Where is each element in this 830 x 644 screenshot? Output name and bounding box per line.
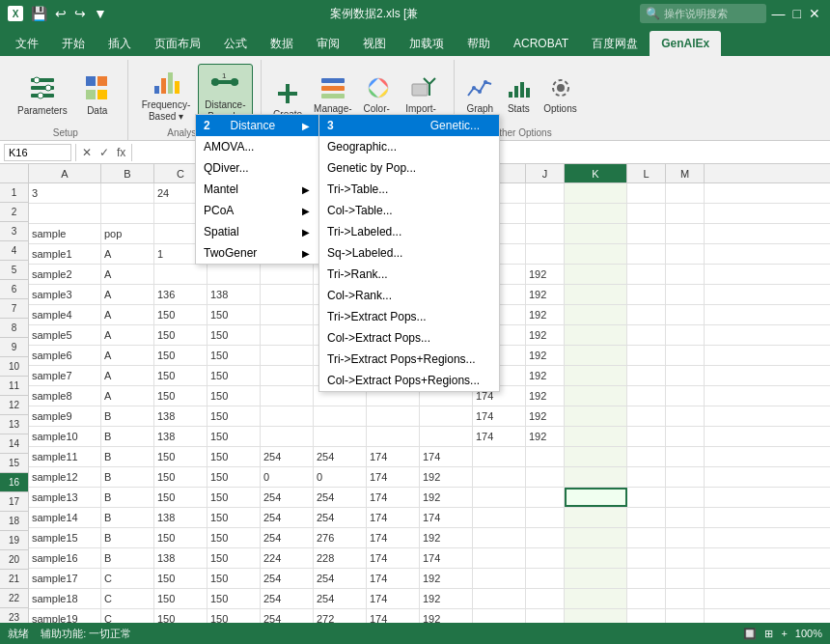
cell-r22-c9[interactable] — [526, 609, 565, 623]
cell-r18-c5[interactable]: 276 — [314, 528, 367, 547]
cell-r2-c9[interactable] — [526, 204, 565, 223]
cell-r17-c9[interactable] — [526, 508, 565, 527]
cell-r8-c10[interactable] — [565, 325, 627, 345]
cell-r6-c2[interactable]: 136 — [154, 285, 208, 304]
cell-r16-c8[interactable] — [473, 488, 526, 507]
row-header-19[interactable]: 19 — [0, 531, 29, 550]
cell-r7-c3[interactable]: 150 — [208, 305, 261, 324]
cell-r3-c10[interactable] — [565, 224, 627, 243]
cell-r6-c0[interactable]: sample3 — [29, 285, 101, 304]
cell-r8-c3[interactable]: 150 — [208, 325, 261, 345]
cell-r21-c5[interactable]: 254 — [314, 589, 367, 608]
cell-r19-c7[interactable]: 174 — [420, 548, 473, 568]
cell-r21-c11[interactable] — [627, 589, 666, 608]
menu-item-tri-extract-pops-regions[interactable]: Tri->Extract Pops+Regions... — [319, 349, 499, 370]
cell-r13-c8[interactable]: 174 — [473, 427, 526, 446]
cell-r19-c3[interactable]: 150 — [208, 548, 261, 568]
cell-r5-c4[interactable] — [261, 265, 314, 284]
cell-r15-c1[interactable]: B — [101, 467, 154, 487]
search-input[interactable] — [664, 8, 761, 19]
cell-r10-c0[interactable]: sample7 — [29, 366, 101, 385]
cell-r20-c6[interactable]: 174 — [367, 569, 420, 588]
row-header-23[interactable]: 23 — [0, 608, 29, 623]
cell-r12-c10[interactable] — [565, 406, 627, 426]
menu-item-tri-table[interactable]: Tri->Table... — [319, 179, 499, 200]
cell-r6-c1[interactable]: A — [101, 285, 154, 304]
cell-r15-c6[interactable]: 174 — [367, 467, 420, 487]
cell-r19-c0[interactable]: sample16 — [29, 548, 101, 568]
cell-r12-c8[interactable]: 174 — [473, 406, 526, 426]
cell-r3-c1[interactable]: pop — [101, 224, 154, 243]
cell-r18-c2[interactable]: 150 — [154, 528, 208, 547]
save-quick-btn[interactable]: 💾 — [29, 4, 49, 23]
cell-r16-c12[interactable] — [666, 488, 705, 507]
cell-r15-c2[interactable]: 150 — [154, 467, 208, 487]
cell-r1-c1[interactable] — [101, 183, 154, 203]
cell-r18-c11[interactable] — [627, 528, 666, 547]
cell-r19-c10[interactable] — [565, 548, 627, 568]
row-header-5[interactable]: 5 — [0, 261, 29, 280]
cell-r15-c7[interactable]: 192 — [420, 467, 473, 487]
distance-based-menu[interactable]: 2 Distance ▶ AMOVA... QDiver... Mantel ▶… — [195, 114, 330, 265]
cell-r15-c9[interactable] — [526, 467, 565, 487]
cell-r2-c10[interactable] — [565, 204, 627, 223]
cell-r13-c12[interactable] — [666, 427, 705, 446]
menu-item-pcoa[interactable]: PCoA ▶ — [196, 200, 329, 221]
cell-r9-c3[interactable]: 150 — [208, 346, 261, 365]
cell-r15-c11[interactable] — [627, 467, 666, 487]
cell-r2-c11[interactable] — [627, 204, 666, 223]
cell-r8-c11[interactable] — [627, 325, 666, 345]
menu-item-tri-extract-pops[interactable]: Tri->Extract Pops... — [319, 306, 499, 327]
cell-r7-c10[interactable] — [565, 305, 627, 324]
select-all-corner[interactable] — [0, 164, 29, 182]
cell-r18-c12[interactable] — [666, 528, 705, 547]
row-header-22[interactable]: 22 — [0, 589, 29, 608]
cell-r8-c0[interactable]: sample5 — [29, 325, 101, 345]
cell-r21-c1[interactable]: C — [101, 589, 154, 608]
cell-r11-c10[interactable] — [565, 386, 627, 406]
cell-r4-c1[interactable]: A — [101, 244, 154, 264]
cell-r10-c2[interactable]: 150 — [154, 366, 208, 385]
cell-r7-c1[interactable]: A — [101, 305, 154, 324]
cell-r4-c12[interactable] — [666, 244, 705, 264]
cell-r20-c2[interactable]: 150 — [154, 569, 208, 588]
cell-r11-c0[interactable]: sample8 — [29, 386, 101, 406]
cell-r20-c9[interactable] — [526, 569, 565, 588]
cell-r10-c12[interactable] — [666, 366, 705, 385]
cell-r19-c11[interactable] — [627, 548, 666, 568]
menu-item-geographic[interactable]: Geographic... — [319, 136, 499, 157]
cell-r18-c4[interactable]: 254 — [261, 528, 314, 547]
cell-r5-c1[interactable]: A — [101, 265, 154, 284]
cell-r15-c0[interactable]: sample12 — [29, 467, 101, 487]
menu-item-col-extract-pops-regions[interactable]: Col->Extract Pops+Regions... — [319, 370, 499, 391]
cell-r18-c7[interactable]: 192 — [420, 528, 473, 547]
row-header-17[interactable]: 17 — [0, 492, 29, 512]
cell-r14-c0[interactable]: sample11 — [29, 447, 101, 466]
cell-r16-c5[interactable]: 254 — [314, 488, 367, 507]
close-btn[interactable]: ✕ — [807, 4, 822, 23]
cell-r22-c12[interactable] — [666, 609, 705, 623]
cell-r10-c10[interactable] — [565, 366, 627, 385]
row-header-7[interactable]: 7 — [0, 299, 29, 319]
confirm-formula-icon[interactable]: ✓ — [97, 146, 111, 159]
cell-r2-c1[interactable] — [101, 204, 154, 223]
cell-r1-c0[interactable]: 3 — [29, 183, 101, 203]
menu-item-col-rank[interactable]: Col->Rank... — [319, 285, 499, 306]
cell-r6-c12[interactable] — [666, 285, 705, 304]
cell-r12-c11[interactable] — [627, 406, 666, 426]
row-header-18[interactable]: 18 — [0, 512, 29, 531]
cell-r5-c3[interactable] — [208, 265, 261, 284]
cell-r1-c10[interactable] — [565, 183, 627, 203]
cell-r11-c4[interactable] — [261, 386, 314, 406]
cell-r9-c9[interactable]: 192 — [526, 346, 565, 365]
row-header-3[interactable]: 3 — [0, 222, 29, 241]
row-header-16[interactable]: 16 — [0, 473, 29, 492]
row-header-12[interactable]: 12 — [0, 396, 29, 415]
cell-r17-c0[interactable]: sample14 — [29, 508, 101, 527]
cell-r21-c2[interactable]: 150 — [154, 589, 208, 608]
cell-r7-c4[interactable] — [261, 305, 314, 324]
cell-r9-c4[interactable] — [261, 346, 314, 365]
cell-r16-c11[interactable] — [627, 488, 666, 507]
cell-r5-c11[interactable] — [627, 265, 666, 284]
cell-r20-c7[interactable]: 192 — [420, 569, 473, 588]
